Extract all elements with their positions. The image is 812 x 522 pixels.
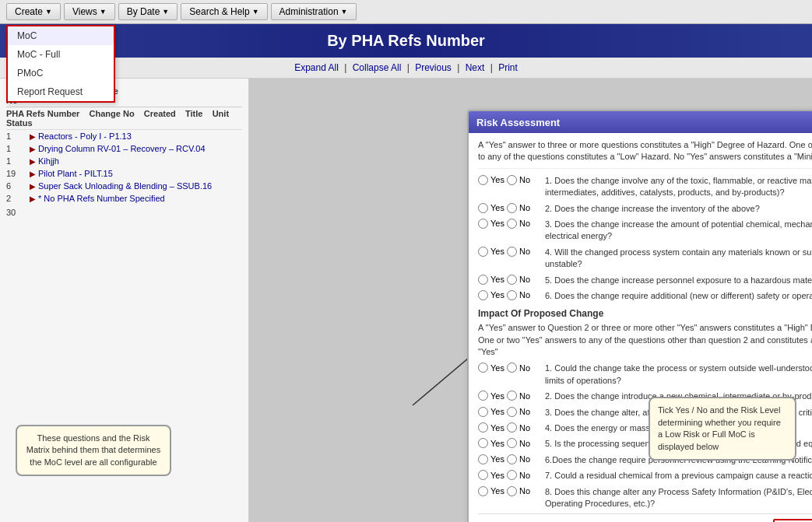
admin-button[interactable]: Administration ▼ [271,3,357,20]
impact-q7: Yes No 7. Could a residual chemical from… [478,470,812,482]
impact-q4-no[interactable] [507,422,517,433]
next-link[interactable]: Next [466,62,485,73]
impact-q4-radio: Yes No [478,422,540,433]
table-row: 1 ▶Drying Column RV-01 – Recovery – RCV.… [6,142,242,155]
row-link-5[interactable]: ▶Super Sack Unloading & Blending – SSUB.… [30,181,242,191]
hazard-q3-no[interactable] [507,219,517,229]
row-num-1: 1 [6,131,30,141]
hazard-q1-radio: Yes No [478,175,540,185]
admin-label: Administration [279,6,339,17]
searchhelp-arrow-icon: ▼ [252,8,259,16]
print-link[interactable]: Print [498,62,518,73]
hazard-q2-yes[interactable] [478,203,488,213]
menu-item-moc-full[interactable]: MoC - Full [8,45,114,64]
admin-arrow-icon: ▼ [341,8,348,16]
hazard-q5: Yes No 5. Does the change increase perso… [478,275,812,286]
row-num-2: 1 [6,144,30,153]
row-link-4[interactable]: ▶Pilot Plant - PILT.15 [30,169,242,178]
impact-q5-radio: Yes No [478,438,540,448]
table-row: 6 ▶Super Sack Unloading & Blending – SSU… [6,180,242,192]
page-header: By PHA Refs Number [0,24,812,58]
hazard-q5-no[interactable] [507,275,517,285]
risk-level-label: Risk Level: [773,519,812,522]
impact-q8-radio: Yes No [478,486,540,496]
impact-q3-yes[interactable] [478,407,488,417]
views-button[interactable]: Views ▼ [64,3,115,20]
total-count: 30 [6,205,242,220]
impact-q5-no[interactable] [507,438,517,448]
menu-item-report-request[interactable]: Report Request [8,82,114,101]
impact-q8-no[interactable] [507,486,517,496]
bydate-button[interactable]: By Date ▼ [118,3,178,20]
hazard-q1: Yes No 1. Does the change involve any of… [478,175,812,199]
hazard-q6-no[interactable] [507,290,517,300]
hazard-q2-no[interactable] [507,203,517,213]
table-row: 1 ▶Kihjjh [6,155,242,167]
hazard-q2: Yes No 2. Does the change increase the i… [478,203,812,215]
hazard-q6-yes[interactable] [478,290,488,300]
hazard-q6: Yes No 6. Does the change require additi… [478,290,812,302]
hazard-q1-text: 1. Does the change involve any of the to… [545,175,812,199]
left-panel: PHA Refs Number Change No Created Title … [0,79,249,522]
impact-q3-radio: Yes No [478,407,540,417]
impact-q6-radio: Yes No [478,454,540,464]
hazard-q4-yes[interactable] [478,247,488,257]
table-row: 1 ▶Reactors - Poly I - P1.13 [6,130,242,142]
hazard-q3: Yes No 3. Does the change increase the a… [478,219,812,243]
impact-q5-yes[interactable] [478,438,488,448]
row-link-3[interactable]: ▶Kihjjh [30,156,242,166]
impact-q6-no[interactable] [507,454,517,464]
impact-q1-text: 1. Could the change take the process or … [545,363,812,387]
hazard-q6-text: 6. Does the change require additional (n… [545,290,812,302]
create-nav-wrapper: Create ▼ MoC MoC - Full PMoC Report Requ… [6,3,61,20]
impact-q1-no[interactable] [507,363,517,373]
hazard-q5-yes[interactable] [478,275,488,285]
top-nav: Create ▼ MoC MoC - Full PMoC Report Requ… [0,0,812,24]
create-button[interactable]: Create ▼ [6,3,61,20]
hazard-q5-radio: Yes No [478,275,540,285]
row-link-6[interactable]: ▶* No PHA Refs Number Specified [30,194,242,203]
row-num-6: 2 [6,194,30,203]
hazard-q1-yes[interactable] [478,175,488,185]
impact-q8-yes[interactable] [478,486,488,496]
impact-q1-yes[interactable] [478,363,488,373]
impact-q7-no[interactable] [507,470,517,480]
create-dropdown-menu: MoC MoC - Full PMoC Report Request [6,25,115,103]
hazard-q3-yes[interactable] [478,219,488,229]
impact-q4-yes[interactable] [478,422,488,433]
table-row: 2 ▶* No PHA Refs Number Specified [6,192,242,205]
impact-q8-text: 8. Does this change alter any Process Sa… [545,486,812,510]
hazard-q5-text: 5. Does the change increase personnel ex… [545,275,812,286]
collapse-all-link[interactable]: Collapse All [353,62,402,73]
create-arrow-icon: ▼ [45,8,52,16]
callout-right: Tick Yes / No and the Risk Level determi… [649,397,796,461]
menu-item-pmoc[interactable]: PMoC [8,64,114,82]
hazard-q3-radio: Yes No [478,219,540,229]
impact-q6-yes[interactable] [478,454,488,464]
impact-q2-yes[interactable] [478,391,488,401]
impact-q7-yes[interactable] [478,470,488,480]
row-link-2[interactable]: ▶Drying Column RV-01 – Recovery – RCV.04 [30,144,242,153]
menu-item-moc[interactable]: MoC [8,26,114,45]
impact-q7-text: 7. Could a residual chemical from a prev… [545,470,812,482]
risk-level-row: Risk Level: [478,513,812,522]
impact-q8: Yes No 8. Does this change alter any Pro… [478,486,812,510]
hazard-q4: Yes No 4. Will the changed process syste… [478,247,812,271]
hazard-q4-no[interactable] [507,247,517,257]
impact-header: Impact Of Proposed Change [478,308,812,319]
hazard-q4-text: 4. Will the changed process system conta… [545,247,812,271]
modal-title-bar: Risk Assessment ✕ [469,111,812,133]
hazard-q1-no[interactable] [507,175,517,185]
callout-left: These questions and the Risk Matrix behi… [16,425,171,476]
page-title: By PHA Refs Number [327,32,485,49]
impact-q3-no[interactable] [507,407,517,417]
impact-q2-no[interactable] [507,391,517,401]
searchhelp-button[interactable]: Search & Help ▼ [181,3,267,20]
modal-intro-text: A "Yes" answer to three or more question… [478,139,812,169]
previous-link[interactable]: Previous [415,62,452,73]
modal-title: Risk Assessment [476,117,560,128]
row-num-4: 19 [6,169,30,178]
expand-all-link[interactable]: Expand All [294,62,339,73]
row-link-1[interactable]: ▶Reactors - Poly I - P1.13 [30,131,242,141]
action-bar: Expand All | Collapse All | Previous | N… [0,58,812,79]
